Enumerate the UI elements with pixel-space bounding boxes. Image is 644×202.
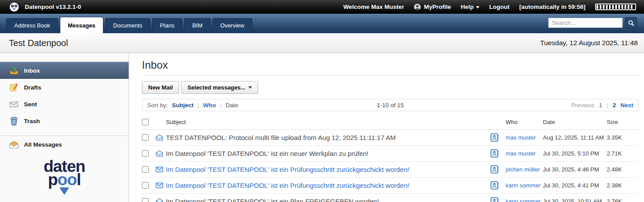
heading-divider — [142, 75, 639, 76]
logout-link[interactable]: Logout — [489, 4, 510, 10]
tab-address-book[interactable]: Address Book — [6, 18, 58, 32]
message-date: Jul 30, 2025, 5:10 PM — [543, 150, 607, 157]
sidebar-item-label: All Messages — [24, 141, 62, 148]
datenpool-wordmark: daten pool — [0, 160, 129, 195]
message-size: 2.38K — [607, 182, 639, 189]
column-header-subject: Subject — [156, 119, 491, 125]
sidebar-item-sent[interactable]: Sent — [0, 96, 129, 113]
message-size: 2.71K — [607, 150, 639, 157]
all-messages-icon — [8, 140, 19, 149]
message-date: Jul 30, 2025, 4:41 PM — [543, 182, 607, 189]
row-checkbox[interactable] — [142, 150, 149, 157]
pagination-next-link[interactable]: Next — [620, 102, 633, 109]
sent-icon — [8, 101, 19, 108]
sidebar-item-all-messages[interactable]: All Messages — [0, 136, 129, 153]
drafts-icon — [8, 83, 19, 92]
message-size: 2.76K — [607, 198, 639, 202]
folder-sidebar: Inbox Drafts — [0, 53, 129, 202]
message-subject-link[interactable]: Im Datenpool 'TEST DATENPOOL' ist ein Pr… — [166, 182, 409, 189]
mail-toolbar: New Mail Selected messages... — [142, 81, 639, 94]
column-header-date: Date — [543, 119, 607, 125]
message-subject-link[interactable]: TEST DATENPOOL: Protocol multi file uplo… — [166, 134, 396, 141]
sidebar-item-label: Drafts — [24, 84, 41, 91]
sender-link[interactable]: max muster — [506, 150, 536, 157]
sort-subject-link[interactable]: Subject — [172, 102, 194, 109]
sender-link[interactable]: karin sommer — [506, 198, 541, 202]
app-brand: Datenpool v13.2.1-0 — [0, 2, 81, 12]
tab-messages[interactable]: Messages — [60, 17, 103, 33]
contact-card-icon[interactable] — [491, 149, 506, 158]
table-row: Im Datenpool 'TEST DATENPOOL' ist ein Pr… — [142, 178, 639, 194]
tab-plans[interactable]: Plans — [152, 18, 183, 32]
search-button[interactable] — [625, 17, 637, 28]
result-range: 1-10 of 15 — [377, 102, 404, 109]
table-row: Im Datenpool 'TEST DATENPOOL' ist ein ne… — [142, 146, 639, 162]
sidebar-item-label: Sent — [24, 101, 37, 108]
table-row: Im Datenpool 'TEST DATENPOOL' ist ein Pl… — [142, 194, 639, 202]
page-title: Inbox — [142, 59, 639, 71]
chevron-down-icon — [248, 86, 252, 89]
message-subject-link[interactable]: Im Datenpool 'TEST DATENPOOL' ist ein Pl… — [166, 198, 379, 202]
mail-open-icon — [156, 134, 166, 141]
pool-header: Test Datenpool Tuesday, 12 August 2025, … — [0, 33, 644, 53]
sidebar-item-label: Inbox — [24, 67, 40, 74]
message-date: Jul 30, 2025, 4:46 PM — [543, 166, 607, 173]
sort-by-label: Sort by: — [147, 102, 168, 109]
trash-icon — [8, 117, 19, 126]
tab-documents[interactable]: Documents — [105, 18, 150, 32]
myprofile-label: MyProfile — [424, 4, 451, 10]
pool-title: Test Datenpool — [0, 38, 68, 48]
row-checkbox[interactable] — [142, 166, 149, 173]
sidebar-item-inbox[interactable]: Inbox — [0, 62, 129, 79]
user-icon — [414, 4, 421, 11]
sender-link[interactable]: max muster — [506, 134, 536, 141]
message-table: Subject Who Date Size TEST DATENPOOL: Pr… — [142, 115, 639, 202]
contact-card-icon[interactable] — [491, 133, 506, 142]
help-label: Help — [461, 4, 474, 10]
message-size: 3.35K — [607, 134, 639, 141]
row-checkbox[interactable] — [142, 182, 149, 189]
search-area — [548, 17, 637, 28]
chevron-down-icon — [476, 6, 479, 8]
tab-bim[interactable]: BIM — [184, 18, 210, 32]
row-checkbox[interactable] — [142, 134, 149, 141]
pagination-page-2-link[interactable]: 2 — [613, 102, 616, 109]
message-subject-link[interactable]: Im Datenpool 'TEST DATENPOOL' ist ein Pr… — [166, 166, 409, 173]
message-subject-link[interactable]: Im Datenpool 'TEST DATENPOOL' ist ein ne… — [166, 150, 369, 157]
selected-messages-dropdown[interactable]: Selected messages... — [181, 81, 259, 94]
sidebar-item-label: Trash — [24, 118, 40, 124]
table-row: Im Datenpool 'TEST DATENPOOL' ist ein Pr… — [142, 162, 639, 178]
contact-card-icon[interactable] — [491, 181, 506, 190]
datenpool-app: Datenpool v13.2.1-0 Welcome Max Muster M… — [0, 0, 644, 202]
help-menu[interactable]: Help — [461, 4, 479, 10]
inbox-panel: Inbox New Mail Selected messages... Sort… — [129, 53, 644, 202]
sort-date-option[interactable]: Date — [226, 102, 239, 109]
sort-who-link[interactable]: Who — [203, 102, 216, 109]
column-header-who: Who — [506, 119, 543, 125]
table-row: TEST DATENPOOL: Protocol multi file uplo… — [142, 130, 639, 146]
select-all-checkbox[interactable] — [142, 119, 149, 125]
myprofile-link[interactable]: MyProfile — [414, 4, 451, 11]
contact-card-icon[interactable] — [491, 165, 506, 174]
contact-card-icon[interactable] — [491, 197, 506, 202]
welcome-text: Welcome Max Muster — [343, 4, 404, 10]
current-datetime: Tuesday, 12 August 2025, 11:48 — [540, 39, 644, 47]
nav-tabs: Address Book Messages Documents Plans BI… — [6, 17, 252, 33]
sidebar-item-drafts[interactable]: Drafts — [0, 79, 129, 96]
datenpool-logo-icon — [9, 2, 19, 12]
row-checkbox[interactable] — [142, 198, 149, 202]
mail-closed-icon — [156, 167, 166, 172]
search-icon — [628, 20, 634, 26]
top-bar: Datenpool v13.2.1-0 Welcome Max Muster M… — [0, 0, 644, 14]
mail-closed-icon — [156, 183, 166, 188]
search-input[interactable] — [548, 18, 623, 28]
pagination-page-1-current: 1 — [599, 102, 602, 109]
column-header-size: Size — [607, 119, 639, 125]
new-mail-button[interactable]: New Mail — [142, 81, 179, 94]
tab-overview[interactable]: Overview — [212, 18, 252, 32]
auto-logout-timer: [automatically in 59:56] — [519, 4, 585, 10]
sender-link[interactable]: karin sommer — [506, 182, 541, 189]
sender-link[interactable]: jochen müller — [506, 166, 540, 173]
sidebar-item-trash[interactable]: Trash — [0, 113, 129, 129]
table-header-row: Subject Who Date Size — [142, 115, 639, 130]
